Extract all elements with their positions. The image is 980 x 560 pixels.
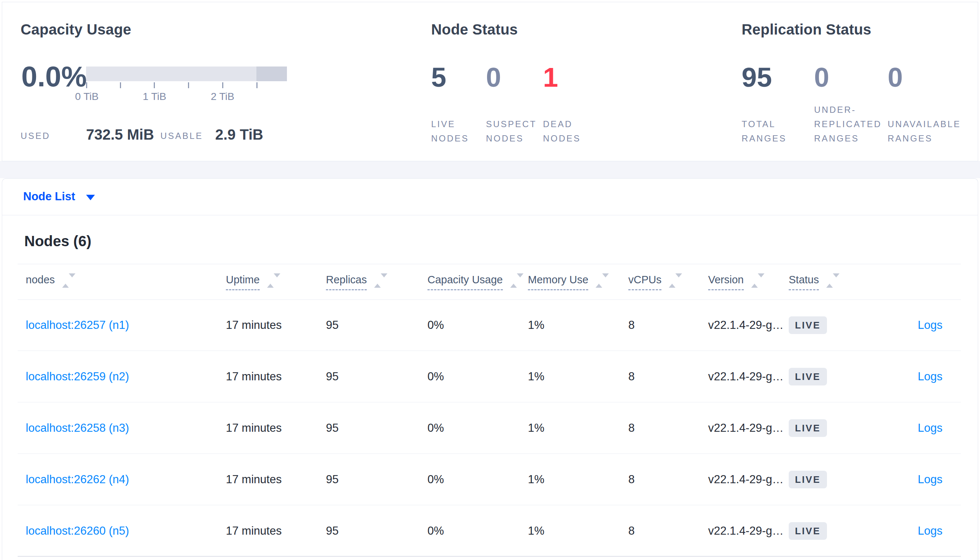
- table-row: localhost:26259 (n2) 17 minutes 95 0% 1%…: [18, 351, 961, 402]
- logs-link[interactable]: Logs: [918, 403, 943, 453]
- column-header-capacity-usage[interactable]: Capacity Usage: [428, 264, 523, 300]
- sort-icon: [267, 277, 280, 284]
- under-replicated-ranges-label: UNDER- REPLICATED RANGES: [814, 103, 882, 145]
- memory-use-cell: 1%: [528, 403, 544, 453]
- replicas-cell: 95: [326, 351, 338, 402]
- table-row: localhost:26258 (n3) 17 minutes 95 0% 1%…: [18, 403, 961, 454]
- logs-link[interactable]: Logs: [918, 506, 943, 556]
- replicas-cell: 95: [326, 454, 338, 505]
- sort-icon: [595, 277, 609, 284]
- status-badge: LIVE: [789, 317, 827, 334]
- capacity-usage-cell: 0%: [428, 403, 444, 453]
- node-list-dropdown[interactable]: Node List: [23, 190, 95, 203]
- status-badge: LIVE: [789, 368, 827, 385]
- table-row: localhost:26260 (n5) 17 minutes 95 0% 1%…: [18, 506, 961, 557]
- column-label: Memory Use: [528, 274, 588, 290]
- node-link[interactable]: localhost:26258 (n3): [26, 403, 129, 453]
- column-label: Uptime: [226, 274, 260, 290]
- sort-icon: [669, 277, 682, 284]
- replicas-cell: 95: [326, 506, 338, 556]
- sort-icon: [510, 277, 523, 284]
- live-nodes-label: LIVE NODES: [431, 117, 469, 145]
- vcpus-cell: 8: [628, 454, 635, 505]
- live-nodes-count: 5: [431, 64, 446, 91]
- uptime-cell: 17 minutes: [226, 351, 282, 402]
- sort-icon: [374, 277, 387, 284]
- section-divider-band: [0, 161, 980, 178]
- logs-link[interactable]: Logs: [918, 300, 943, 350]
- version-cell: v22.1.4-29-g…: [708, 351, 784, 402]
- cluster-summary-card: Capacity Usage 0.0% 0 TiB 1 TiB 2 TiB US…: [2, 2, 978, 161]
- replicas-cell: 95: [326, 300, 338, 350]
- vcpus-cell: 8: [628, 506, 635, 556]
- column-header-memory-use[interactable]: Memory Use: [528, 264, 609, 300]
- capacity-usage-cell: 0%: [428, 454, 444, 505]
- node-status-title: Node Status: [431, 21, 518, 38]
- uptime-cell: 17 minutes: [226, 300, 282, 350]
- column-header-uptime[interactable]: Uptime: [226, 264, 280, 300]
- sort-icon: [62, 277, 75, 284]
- node-link[interactable]: localhost:26262 (n4): [26, 454, 129, 505]
- usable-value: 2.9 TiB: [215, 127, 263, 143]
- capacity-bar-unusable-segment: [256, 67, 287, 81]
- axis-tick-label: 1 TiB: [143, 91, 166, 103]
- column-label: vCPUs: [628, 274, 661, 290]
- dead-nodes-count: 1: [543, 64, 558, 91]
- vcpus-cell: 8: [628, 351, 635, 402]
- replicas-cell: 95: [326, 403, 338, 453]
- capacity-percent: 0.0%: [21, 62, 87, 91]
- uptime-cell: 17 minutes: [226, 506, 282, 556]
- axis-tick-label: 0 TiB: [75, 91, 99, 103]
- sort-icon: [826, 277, 840, 284]
- status-badge: LIVE: [789, 522, 827, 540]
- table-row: localhost:26257 (n1) 17 minutes 95 0% 1%…: [18, 300, 961, 351]
- suspect-nodes-count: 0: [486, 64, 501, 91]
- status-badge: LIVE: [789, 471, 827, 488]
- capacity-usage-title: Capacity Usage: [21, 21, 131, 38]
- version-cell: v22.1.4-29-g…: [708, 506, 784, 556]
- axis-tick-label: 2 TiB: [211, 91, 234, 103]
- column-header-version[interactable]: Version: [708, 264, 764, 300]
- column-header-nodes[interactable]: nodes: [26, 264, 75, 300]
- node-list-dropdown-label: Node List: [23, 190, 75, 203]
- dead-nodes-label: DEAD NODES: [543, 117, 581, 145]
- usable-label: USABLE: [161, 131, 203, 141]
- memory-use-cell: 1%: [528, 351, 544, 402]
- used-value: 732.5 MiB: [86, 127, 154, 143]
- column-label: Status: [789, 274, 819, 290]
- column-label: nodes: [26, 274, 55, 290]
- capacity-usage-cell: 0%: [428, 506, 444, 556]
- unavailable-ranges-label: UNAVAILABLE RANGES: [888, 117, 961, 145]
- logs-link[interactable]: Logs: [918, 351, 943, 402]
- sort-icon: [751, 277, 764, 284]
- replication-status-title: Replication Status: [742, 21, 871, 38]
- column-header-replicas[interactable]: Replicas: [326, 264, 387, 300]
- memory-use-cell: 1%: [528, 300, 544, 350]
- uptime-cell: 17 minutes: [226, 403, 282, 453]
- capacity-usage-cell: 0%: [428, 351, 444, 402]
- total-ranges-label: TOTAL RANGES: [742, 117, 786, 145]
- column-label: Replicas: [326, 274, 367, 290]
- used-label: USED: [21, 131, 50, 141]
- column-header-status[interactable]: Status: [789, 264, 840, 300]
- node-link[interactable]: localhost:26259 (n2): [26, 351, 129, 402]
- nodes-table-heading: Nodes (6): [24, 233, 91, 250]
- capacity-usage-cell: 0%: [428, 300, 444, 350]
- logs-link[interactable]: Logs: [918, 454, 943, 505]
- chevron-down-icon: [86, 195, 95, 200]
- vcpus-cell: 8: [628, 300, 635, 350]
- under-replicated-ranges-count: 0: [814, 64, 829, 91]
- column-label: Version: [708, 274, 744, 290]
- cluster-overview-page: Capacity Usage 0.0% 0 TiB 1 TiB 2 TiB US…: [0, 0, 980, 560]
- node-link[interactable]: localhost:26260 (n5): [26, 506, 129, 556]
- column-header-vcpus[interactable]: vCPUs: [628, 264, 682, 300]
- version-cell: v22.1.4-29-g…: [708, 454, 784, 505]
- column-label: Capacity Usage: [428, 274, 503, 290]
- memory-use-cell: 1%: [528, 506, 544, 556]
- vcpus-cell: 8: [628, 403, 635, 453]
- version-cell: v22.1.4-29-g…: [708, 300, 784, 350]
- node-link[interactable]: localhost:26257 (n1): [26, 300, 129, 350]
- capacity-bar-chart: 0 TiB 1 TiB 2 TiB: [86, 67, 287, 81]
- suspect-nodes-label: SUSPECT NODES: [486, 117, 537, 145]
- status-badge: LIVE: [789, 419, 827, 437]
